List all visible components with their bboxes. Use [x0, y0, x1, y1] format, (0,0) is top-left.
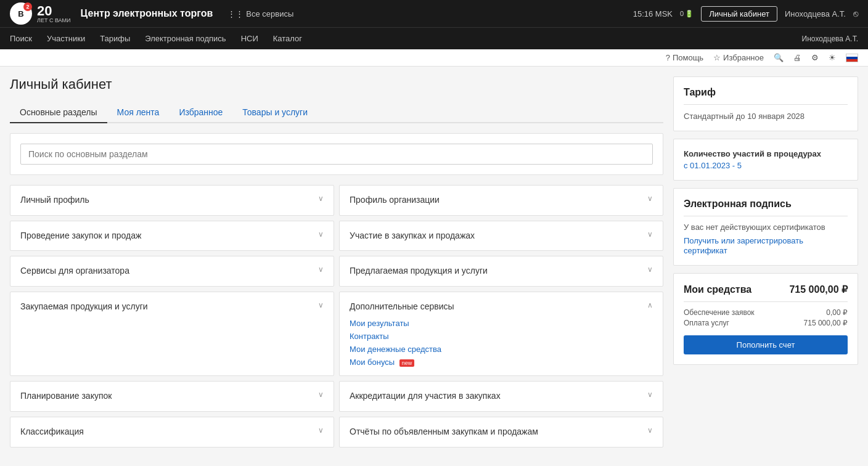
top-navigation: B 2 20 ЛЕТ С ВАМИ Центр электронных торг… [0, 0, 868, 27]
personal-cabinet-button[interactable]: Личный кабинет [701, 6, 777, 22]
tab-main-sections[interactable]: Основные разделы [10, 102, 107, 123]
funds-row-1: Оплата услуг 715 000,00 ₽ [684, 319, 848, 327]
link-my-funds[interactable]: Мои денежные средства [350, 345, 653, 354]
ep-link[interactable]: Получить или зарегистрировать сертификат [684, 236, 803, 255]
nav-tariffs[interactable]: Тарифы [100, 34, 130, 43]
section-title: Предлагаемая продукция и услуги [350, 265, 642, 277]
tariff-value: Стандартный до 10 января 2028 [684, 112, 805, 121]
nav-search[interactable]: Поиск [10, 34, 32, 43]
funds-row-label: Обеспечение заявок [684, 308, 755, 317]
print-icon[interactable]: 🖨 [793, 53, 801, 62]
section-conduct-purchases[interactable]: Проведение закупок и продаж ∨ [10, 221, 334, 251]
section-title: Классификация [20, 426, 313, 438]
nav-participants[interactable]: Участники [47, 34, 85, 43]
favorites-label: Избранное [723, 53, 764, 62]
funds-row-0: Обеспечение заявок 0,00 ₽ [684, 308, 848, 317]
user-area-right: Иноходцева А.Т. [802, 35, 858, 43]
search-section [10, 133, 663, 175]
additional-services-links: Мои результаты Контракты Мои денежные ср… [350, 319, 653, 367]
ep-title: Электронная подпись [684, 198, 848, 210]
battery-indicator: 0 🔋 [680, 10, 694, 18]
section-offered-products[interactable]: Предлагаемая продукция и услуги ∨ [339, 256, 663, 287]
chevron-down-icon: ∨ [647, 426, 653, 435]
replenish-button[interactable]: Пополнить счет [684, 335, 848, 354]
help-link[interactable]: ? Помощь [666, 53, 703, 62]
language-flag[interactable] [846, 54, 858, 62]
funds-title: Мои средства [684, 284, 751, 295]
tab-my-feed[interactable]: Моя лента [107, 102, 170, 123]
nav-nsi[interactable]: НСИ [241, 34, 258, 43]
section-title: Проведение закупок и продаж [20, 230, 313, 242]
logo[interactable]: B 2 20 ЛЕТ С ВАМИ [10, 2, 71, 25]
section-org-profile[interactable]: Профиль организации ∨ [339, 185, 663, 216]
procedures-sub: с 01.01.2023 - 5 [684, 161, 848, 170]
favorites-link[interactable]: ☆ Избранное [713, 53, 764, 62]
chevron-down-icon: ∨ [318, 390, 324, 399]
theme-icon[interactable]: ☀ [829, 53, 836, 62]
chevron-down-icon: ∨ [318, 194, 324, 203]
nav-electronic-signature[interactable]: Электронная подпись [145, 34, 226, 43]
chevron-down-icon: ∨ [647, 390, 653, 399]
tab-goods-services[interactable]: Товары и услуги [232, 102, 317, 123]
time-display: 15:16 MSK [633, 9, 673, 18]
section-purchased-products[interactable]: Закупаемая продукция и услуги ∨ [10, 292, 334, 377]
link-my-results[interactable]: Мои результаты [350, 319, 653, 328]
section-title: Участие в закупках и продажах [350, 230, 642, 242]
section-title: Отчёты по объявленным закупкам и продажа… [350, 426, 642, 438]
procedures-card: Количество участий в процедурах с 01.01.… [673, 139, 858, 181]
chevron-up-icon: ∧ [647, 301, 653, 309]
section-services-organizer[interactable]: Сервисы для организатора ∨ [10, 256, 334, 287]
section-classification[interactable]: Классификация ∨ [10, 417, 334, 448]
tariff-title: Тариф [684, 87, 848, 98]
search-input[interactable] [20, 144, 653, 165]
logo-badge: B 2 [10, 2, 32, 25]
search-icon[interactable]: 🔍 [774, 53, 784, 62]
section-personal-profile[interactable]: Личный профиль ∨ [10, 185, 334, 216]
section-title: Закупаемая продукция и услуги [20, 301, 313, 313]
star-icon: ☆ [713, 53, 721, 62]
funds-header: Мои средства 715 000,00 ₽ [684, 284, 848, 295]
main-area: Личный кабинет Основные разделы Моя лент… [10, 76, 663, 449]
sidebar: Тариф Стандартный до 10 января 2028 Коли… [673, 76, 858, 449]
nav-catalog[interactable]: Каталог [273, 34, 302, 43]
section-additional-services[interactable]: Дополнительные сервисы ∧ Мои результаты … [339, 292, 663, 377]
section-title: Аккредитации для участия в закупках [350, 390, 642, 403]
ep-warning: У вас нет действующих сертификатов [684, 223, 848, 232]
procedures-title: Количество участий в процедурах [684, 149, 848, 158]
section-title: Личный профиль [20, 194, 313, 206]
settings-icon[interactable]: ⚙ [811, 53, 819, 62]
section-title: Профиль организации [350, 194, 642, 206]
section-accreditation[interactable]: Аккредитации для участия в закупках ∨ [339, 381, 663, 412]
utility-bar: ? Помощь ☆ Избранное 🔍 🖨 ⚙ ☀ [0, 49, 868, 67]
ep-card: Электронная подпись У вас нет действующи… [673, 188, 858, 266]
section-title: Дополнительные сервисы [350, 301, 642, 313]
section-reports[interactable]: Отчёты по объявленным закупкам и продажа… [339, 417, 663, 448]
new-badge: new [399, 359, 415, 367]
section-title: Планирование закупок [20, 390, 313, 403]
chevron-down-icon: ∨ [647, 194, 653, 203]
bonus-label: Мои бонусы [350, 358, 395, 367]
chevron-down-icon: ∨ [318, 230, 324, 239]
section-participate-purchases[interactable]: Участие в закупках и продажах ∨ [339, 221, 663, 251]
section-planning[interactable]: Планирование закупок ∨ [10, 381, 334, 412]
page-title: Личный кабинет [10, 76, 663, 92]
help-icon: ? [666, 53, 670, 62]
procedures-count: 5 [737, 161, 742, 170]
main-tabs: Основные разделы Моя лента Избранное Тов… [10, 102, 663, 123]
funds-card: Мои средства 715 000,00 ₽ Обеспечение за… [673, 273, 858, 365]
logout-icon[interactable]: ⎋ [853, 9, 858, 18]
funds-amount: 715 000,00 ₽ [789, 284, 848, 295]
all-services-menu[interactable]: ⋮⋮ Все сервисы [227, 9, 293, 18]
tab-favorites[interactable]: Избранное [169, 102, 232, 123]
chevron-down-icon: ∨ [318, 426, 324, 435]
link-contracts[interactable]: Контракты [350, 332, 653, 341]
link-my-bonuses[interactable]: Мои бонусы new [350, 358, 653, 367]
funds-row-value: 0,00 ₽ [826, 308, 848, 317]
chevron-down-icon: ∨ [318, 301, 324, 309]
logo-years: 20 ЛЕТ С ВАМИ [37, 4, 71, 23]
grid-icon: ⋮⋮ [227, 9, 244, 18]
procedures-sub-text: с 01.01.2023 - [684, 161, 735, 170]
section-title: Сервисы для организатора [20, 265, 313, 277]
sections-grid: Личный профиль ∨ Профиль организации ∨ П… [10, 185, 663, 448]
help-label: Помощь [673, 53, 703, 62]
